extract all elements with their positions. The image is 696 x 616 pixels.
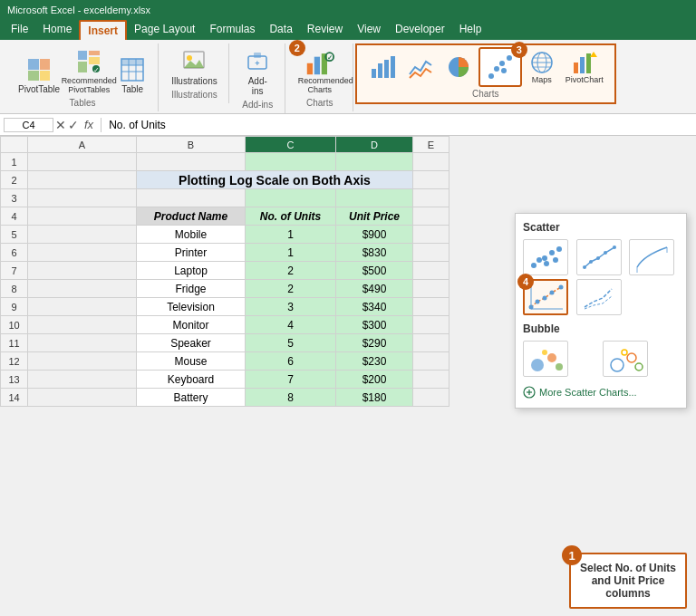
scatter-section-title: Scatter: [523, 221, 679, 234]
svg-rect-7: [89, 57, 100, 64]
step1-text: Select No. of Units and Unit Price colum…: [580, 562, 676, 600]
svg-point-35: [507, 55, 512, 61]
recommended-charts-icon: ✓: [305, 47, 334, 76]
table-row: 3: [1, 189, 450, 207]
svg-point-56: [604, 251, 607, 255]
formula-divider: [101, 118, 102, 132]
svg-rect-20: [254, 53, 261, 58]
scatter-option-2[interactable]: [576, 239, 622, 275]
table-row: 4 Product Name No. of Units Unit Price: [1, 207, 450, 226]
tab-developer[interactable]: Developer: [388, 20, 452, 40]
svg-marker-18: [184, 60, 204, 68]
cell-b3[interactable]: [137, 189, 246, 207]
svg-point-33: [494, 66, 499, 72]
recommended-pivottables-label: Recommended PivotTables: [62, 76, 117, 94]
scatter-option-1[interactable]: [523, 239, 568, 275]
svg-point-63: [536, 300, 540, 304]
pivotchart-button[interactable]: PivotChart: [562, 48, 607, 86]
tab-data[interactable]: Data: [262, 20, 299, 40]
svg-point-57: [613, 245, 616, 249]
cell-e3[interactable]: [413, 189, 450, 207]
formula-fx[interactable]: fx: [81, 118, 97, 131]
tab-formulas[interactable]: Formulas: [202, 20, 262, 40]
svg-point-62: [529, 305, 534, 310]
svg-point-67: [531, 359, 544, 371]
table-row: 1: [1, 153, 450, 171]
table-row: 9 Television 3 $340: [1, 298, 450, 316]
recommended-charts-group: ✓ Recommended Charts 2 Charts: [287, 43, 353, 111]
scatter-chart-grid: 4: [523, 239, 679, 315]
svg-rect-42: [574, 63, 578, 73]
tab-review[interactable]: Review: [300, 20, 350, 40]
col-header-row: [1, 137, 28, 153]
svg-point-32: [488, 73, 494, 79]
table-row: 10 Monitor 4 $300: [1, 316, 450, 334]
scatter-option-4[interactable]: 4: [523, 279, 568, 315]
col-header-c[interactable]: C: [246, 137, 336, 153]
spreadsheet-title: Plotting Log Scale on Both Axis: [137, 171, 413, 189]
line-chart-button[interactable]: [402, 53, 439, 82]
cell-d1[interactable]: [336, 153, 413, 171]
svg-rect-4: [78, 51, 87, 60]
header-price: Unit Price: [336, 207, 413, 226]
cell-e4[interactable]: [413, 207, 450, 226]
cell-c3[interactable]: [246, 189, 336, 207]
bubble-option-2[interactable]: [603, 341, 648, 377]
tab-home[interactable]: Home: [35, 20, 79, 40]
ribbon-tabs: File Home Insert Page Layout Formulas Da…: [0, 20, 696, 40]
recommended-charts-button[interactable]: ✓ Recommended Charts 2: [295, 45, 345, 96]
cell-e2[interactable]: [413, 171, 450, 189]
tables-group-label: Tables: [70, 98, 96, 108]
svg-text:✓: ✓: [326, 54, 332, 62]
svg-rect-44: [586, 53, 591, 73]
cell-a1[interactable]: [28, 153, 137, 171]
scatter-option-3[interactable]: [629, 239, 674, 275]
data-table: A B C D E 1 2: [0, 136, 450, 407]
svg-point-17: [187, 55, 192, 61]
svg-rect-27: [372, 69, 376, 78]
svg-point-65: [550, 291, 555, 295]
pivottable-button[interactable]: PivotTable: [14, 53, 63, 96]
cell-a3[interactable]: [28, 189, 137, 207]
tab-file[interactable]: File: [4, 20, 35, 40]
cell-a4[interactable]: [28, 207, 137, 226]
more-scatter-charts-link[interactable]: More Scatter Charts...: [523, 384, 679, 400]
tab-pagelayout[interactable]: Page Layout: [127, 20, 202, 40]
tab-view[interactable]: View: [350, 20, 388, 40]
col-header-d[interactable]: D: [336, 137, 413, 153]
svg-point-46: [531, 263, 536, 268]
cell-b1[interactable]: [137, 153, 246, 171]
pie-chart-button[interactable]: [440, 53, 477, 82]
addins-button[interactable]: + Add-ins: [239, 45, 276, 98]
cell-reference[interactable]: [4, 118, 53, 132]
scatter-option-5[interactable]: [576, 279, 622, 315]
formula-confirm[interactable]: ✓: [68, 118, 79, 132]
recommended-pivottables-button[interactable]: ✓ Recommended PivotTables: [67, 45, 111, 96]
svg-rect-0: [28, 59, 39, 70]
tab-insert[interactable]: Insert: [79, 20, 127, 40]
step3-badge: 3: [511, 42, 527, 58]
addins-icon: +: [243, 47, 272, 76]
cell-e1[interactable]: [413, 153, 450, 171]
formula-cancel[interactable]: ✕: [55, 118, 66, 132]
bubble-option-1[interactable]: [523, 341, 568, 377]
recommended-charts-label: Recommended Charts: [298, 76, 342, 94]
svg-rect-30: [391, 56, 395, 78]
cell-c1[interactable]: [246, 153, 336, 171]
svg-point-70: [542, 350, 547, 355]
bar-chart-button[interactable]: [364, 53, 401, 82]
illustrations-button[interactable]: Illustrations: [168, 45, 221, 88]
col-header-a: A: [28, 137, 137, 153]
maps-button[interactable]: Maps: [524, 48, 560, 86]
cell-d3[interactable]: [336, 189, 413, 207]
scatter-chart-button[interactable]: 3: [478, 47, 522, 87]
cell-a2[interactable]: [28, 171, 137, 189]
svg-point-53: [583, 265, 586, 269]
row-num-2: 2: [1, 171, 28, 189]
addins-group: + Add-ins Add-ins: [231, 43, 285, 113]
tab-help[interactable]: Help: [452, 20, 489, 40]
scatter-dropdown: Scatter: [515, 213, 687, 409]
illustrations-icon: [179, 47, 208, 76]
svg-rect-29: [384, 60, 389, 78]
table-button[interactable]: Table: [114, 53, 150, 96]
